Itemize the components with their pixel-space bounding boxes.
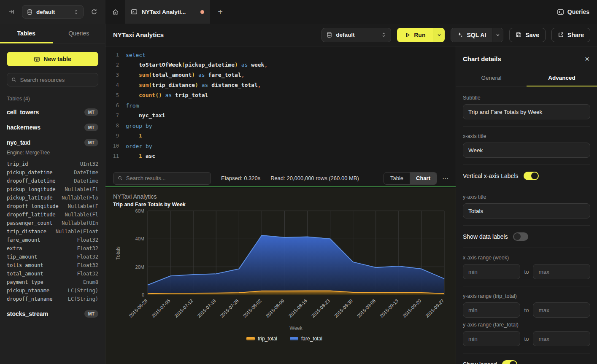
yaxis-range-fare-max[interactable]: [533, 331, 590, 346]
legend-item-fare_total[interactable]: fare_total: [290, 336, 322, 342]
yaxis-title-field[interactable]: [463, 203, 590, 218]
save-button[interactable]: Save: [509, 28, 546, 42]
query-tab[interactable]: NYTaxi Analyti...: [125, 0, 210, 24]
code-line: 91: [105, 131, 456, 141]
refresh-button[interactable]: [88, 5, 100, 18]
divider: [463, 164, 590, 165]
table-item-cell_towers[interactable]: cell_towersMT: [7, 108, 98, 117]
column-row[interactable]: trip_idUInt32: [7, 160, 98, 168]
column-name: pickup_latitude: [7, 195, 52, 201]
chart-subtitle: Trip and Fare Totals by Week: [113, 202, 456, 208]
view-toggle-table[interactable]: Table: [384, 173, 410, 184]
subtitle-field[interactable]: [463, 104, 590, 119]
engine-label: Engine: MergeTree: [7, 150, 98, 156]
table-item-stocks_stream[interactable]: stocks_streamMT: [7, 309, 98, 318]
chart-panel: NYTaxi Analytics Trip and Fare Totals by…: [105, 188, 456, 364]
xaxis-title-field-label: x-axis title: [463, 133, 590, 139]
results-more-button[interactable]: ⋯: [442, 175, 449, 182]
search-icon: [11, 77, 17, 83]
run-database-selector[interactable]: default: [321, 28, 391, 42]
run-options-button[interactable]: [433, 28, 445, 42]
y-axis-tick-label: 0: [142, 292, 144, 297]
resource-search-input[interactable]: [20, 77, 94, 83]
table-item-nyc_taxi[interactable]: nyc_taxiMT: [7, 138, 98, 147]
line-number: 1: [105, 52, 119, 58]
code-text: toStartOfWeek(pickup_datetime) as week,: [126, 60, 267, 70]
show-data-labels-toggle[interactable]: [513, 232, 528, 241]
elapsed-stat: Elapsed: 0.320s: [221, 175, 260, 181]
results-chart[interactable]: 020M40M60M2015-06-282015-07-052015-07-12…: [105, 208, 456, 334]
yaxis-range-fare-min[interactable]: [463, 331, 520, 346]
tab-general[interactable]: General: [456, 70, 527, 86]
xaxis-range-max[interactable]: [533, 264, 590, 279]
column-row[interactable]: pickup_ntanameLC(String): [7, 286, 98, 295]
xaxis-title-field[interactable]: [463, 143, 590, 158]
collapse-sidebar-button[interactable]: [5, 5, 18, 18]
column-row[interactable]: pickup_latitudeNullable(Flo: [7, 194, 98, 202]
new-table-button[interactable]: New table: [7, 52, 98, 66]
resource-search: [7, 73, 98, 86]
sql-editor[interactable]: 1select2toStartOfWeek(pickup_datetime) a…: [105, 46, 456, 169]
legend-item-trip_total[interactable]: trip_total: [246, 336, 277, 342]
column-row[interactable]: dropoff_datetimeDateTime: [7, 177, 98, 185]
code-line: 6from: [105, 100, 456, 111]
sidebar-body: New table Tables (4) cell_towersMThacker…: [0, 43, 105, 318]
sql-console-app: default NYTaxi Analyti... + Queries: [0, 0, 597, 364]
yaxis-range-trip-min[interactable]: [463, 302, 520, 318]
column-row[interactable]: extraFloat32: [7, 244, 98, 253]
column-name: extra: [7, 245, 22, 251]
sidebar-tabs: Tables Queries: [0, 24, 105, 43]
x-axis-tick-label: 2015-08-16: [288, 298, 308, 318]
column-row[interactable]: total_amountFloat32: [7, 270, 98, 278]
line-number: 6: [105, 102, 119, 108]
save-button-label: Save: [525, 32, 539, 38]
fare_total-area: [148, 235, 444, 295]
column-row[interactable]: tolls_amountFloat32: [7, 261, 98, 270]
yaxis-range-trip-max[interactable]: [533, 302, 590, 318]
vertical-xaxis-labels-toggle[interactable]: [524, 172, 539, 180]
results-toolbar: Elapsed: 0.320s Read: 20,000,000 rows (2…: [105, 169, 456, 187]
show-legend-toggle[interactable]: [502, 360, 517, 364]
table-name: hackernews: [7, 124, 41, 131]
column-row[interactable]: dropoff_ntanameLC(String): [7, 295, 98, 303]
legend-swatch: [246, 337, 255, 340]
tab-advanced[interactable]: Advanced: [527, 70, 597, 86]
sidebar-tab-tables[interactable]: Tables: [0, 24, 53, 43]
share-button[interactable]: Share: [551, 28, 590, 42]
column-row[interactable]: dropoff_latitudeNullable(Fl: [7, 210, 98, 219]
new-tab-button[interactable]: +: [210, 0, 230, 24]
sql-ai-options-button[interactable]: [492, 28, 503, 42]
tables-section-label: Tables (4): [7, 96, 98, 102]
view-toggle-chart[interactable]: Chart: [410, 173, 437, 184]
close-icon[interactable]: ×: [585, 55, 589, 63]
sql-ai-button[interactable]: SQL AI: [451, 28, 492, 42]
code-line: 1select: [105, 50, 456, 60]
column-row[interactable]: dropoff_longitudeNullable(F: [7, 202, 98, 210]
chevron-down-icon: [437, 32, 442, 38]
legend-swatch: [290, 337, 298, 340]
columns-list: trip_idUInt32pickup_datetimeDateTimedrop…: [7, 160, 98, 303]
database-selector[interactable]: default: [22, 5, 84, 19]
xaxis-range-min[interactable]: [463, 264, 520, 279]
code-line: 8group by: [105, 121, 456, 131]
column-row[interactable]: trip_distanceNullable(Float: [7, 227, 98, 236]
sidebar-tab-queries[interactable]: Queries: [53, 24, 105, 43]
run-button[interactable]: Run: [397, 28, 433, 42]
column-type: UInt32: [80, 161, 98, 167]
page-title: NYTaxi Analytics: [113, 31, 164, 38]
chart-title: NYTaxi Analytics: [113, 193, 456, 200]
column-row[interactable]: fare_amountFloat32: [7, 236, 98, 244]
queries-menu-button[interactable]: Queries: [557, 0, 589, 24]
column-row[interactable]: passenger_countNullable(UIn: [7, 219, 98, 227]
column-row[interactable]: payment_typeEnum8: [7, 278, 98, 286]
column-name: dropoff_datetime: [7, 178, 56, 184]
home-button[interactable]: [105, 0, 125, 24]
table-item-hackernews[interactable]: hackernewsMT: [7, 123, 98, 132]
results-search-input[interactable]: [126, 175, 206, 181]
code-text: group by: [126, 123, 152, 129]
column-row[interactable]: pickup_datetimeDateTime: [7, 168, 98, 177]
table-icon: [34, 56, 40, 62]
column-row[interactable]: tip_amountFloat32: [7, 253, 98, 261]
column-row[interactable]: pickup_longitudeNullable(Fl: [7, 185, 98, 194]
unsaved-changes-dot: [200, 10, 204, 14]
